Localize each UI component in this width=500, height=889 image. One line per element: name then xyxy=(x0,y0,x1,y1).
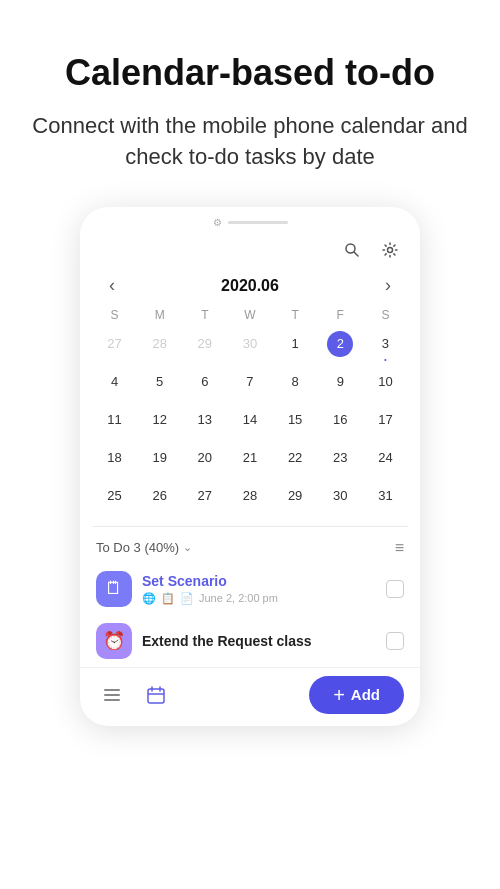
svg-rect-4 xyxy=(104,694,120,696)
prev-month-button[interactable]: ‹ xyxy=(96,270,128,302)
hero-subtitle: Connect with the mobile phone calendar a… xyxy=(30,111,470,173)
cal-day-28[interactable]: 28 xyxy=(227,478,272,514)
todo-title-2[interactable]: Extend the Request class xyxy=(142,633,376,649)
cal-day-30[interactable]: 30 xyxy=(227,326,272,362)
day-num-19: 19 xyxy=(147,445,173,471)
todo-meta-1: 🌐 📋 📄 June 2, 2:00 pm xyxy=(142,592,376,605)
weekday-mon: M xyxy=(137,306,182,324)
month-label: 2020.06 xyxy=(128,277,372,295)
cal-day-24[interactable]: 24 xyxy=(363,440,408,476)
list-view-icon-btn[interactable] xyxy=(96,679,128,711)
day-num-31: 31 xyxy=(372,483,398,509)
todo-header: To Do 3 (40%) ⌄ ≡ xyxy=(80,533,420,563)
cal-day-21[interactable]: 21 xyxy=(227,440,272,476)
cal-day-19[interactable]: 19 xyxy=(137,440,182,476)
todo-item-extend-class: ⏰ Extend the Request class xyxy=(80,615,420,667)
next-month-button[interactable]: › xyxy=(372,270,404,302)
page-wrapper: Calendar-based to-do Connect with the mo… xyxy=(0,0,500,889)
day-num-2: 2 xyxy=(327,331,353,357)
cal-day-10[interactable]: 10 xyxy=(363,364,408,400)
cal-day-8[interactable]: 8 xyxy=(273,364,318,400)
day-num-24: 24 xyxy=(372,445,398,471)
cal-days: 2728293012345678910111213141516171819202… xyxy=(92,326,408,514)
svg-rect-6 xyxy=(148,689,164,703)
day-num-27: 27 xyxy=(192,483,218,509)
day-num-6: 6 xyxy=(192,369,218,395)
todo-content-1: Set Scenario 🌐 📋 📄 June 2, 2:00 pm xyxy=(142,573,376,605)
cal-day-5[interactable]: 5 xyxy=(137,364,182,400)
cal-toolbar xyxy=(80,232,420,268)
cal-day-28[interactable]: 28 xyxy=(137,326,182,362)
cal-day-3[interactable]: 3 xyxy=(363,326,408,362)
cal-day-17[interactable]: 17 xyxy=(363,402,408,438)
weekday-wed: W xyxy=(227,306,272,324)
todo-avatar-icon-1: 🗒 xyxy=(105,578,123,599)
day-num-14: 14 xyxy=(237,407,263,433)
cal-day-4[interactable]: 4 xyxy=(92,364,137,400)
weekday-fri: F xyxy=(318,306,363,324)
day-num-7: 7 xyxy=(237,369,263,395)
gear-icon xyxy=(382,242,398,258)
todo-count-label: To Do 3 (40%) xyxy=(96,540,179,555)
add-plus-icon: + xyxy=(333,685,345,705)
calendar-view-icon-btn[interactable] xyxy=(140,679,172,711)
day-num-17: 17 xyxy=(372,407,398,433)
meta-clipboard-icon: 📋 xyxy=(161,592,175,605)
day-num-3: 3 xyxy=(372,331,398,357)
todo-header-left[interactable]: To Do 3 (40%) ⌄ xyxy=(96,540,192,555)
sort-icon[interactable]: ≡ xyxy=(395,539,404,557)
day-num-30: 30 xyxy=(237,331,263,357)
cal-day-13[interactable]: 13 xyxy=(182,402,227,438)
cal-day-22[interactable]: 22 xyxy=(273,440,318,476)
cal-day-2[interactable]: 2 xyxy=(318,326,363,362)
cal-day-9[interactable]: 9 xyxy=(318,364,363,400)
phone-mockup: ⚙ ‹ 2020.06 › xyxy=(80,207,420,726)
cal-day-18[interactable]: 18 xyxy=(92,440,137,476)
todo-avatar-icon-2: ⏰ xyxy=(103,630,125,652)
cal-day-31[interactable]: 31 xyxy=(363,478,408,514)
cal-day-16[interactable]: 16 xyxy=(318,402,363,438)
bottom-bar: + Add xyxy=(80,667,420,726)
svg-rect-3 xyxy=(104,689,120,691)
day-num-25: 25 xyxy=(102,483,128,509)
cal-day-26[interactable]: 26 xyxy=(137,478,182,514)
svg-rect-5 xyxy=(104,699,120,701)
meta-doc-icon: 📄 xyxy=(180,592,194,605)
todo-checkbox-1[interactable] xyxy=(386,580,404,598)
search-icon xyxy=(344,242,360,258)
cal-day-20[interactable]: 20 xyxy=(182,440,227,476)
cal-day-6[interactable]: 6 xyxy=(182,364,227,400)
hero-section: Calendar-based to-do Connect with the mo… xyxy=(0,0,500,197)
todo-title-1[interactable]: Set Scenario xyxy=(142,573,376,589)
todo-content-2: Extend the Request class xyxy=(142,633,376,649)
cal-day-1[interactable]: 1 xyxy=(273,326,318,362)
day-num-10: 10 xyxy=(372,369,398,395)
cal-day-7[interactable]: 7 xyxy=(227,364,272,400)
svg-line-1 xyxy=(354,252,358,256)
day-num-29: 29 xyxy=(282,483,308,509)
cal-day-11[interactable]: 11 xyxy=(92,402,137,438)
cal-day-12[interactable]: 12 xyxy=(137,402,182,438)
cal-day-25[interactable]: 25 xyxy=(92,478,137,514)
todo-checkbox-2[interactable] xyxy=(386,632,404,650)
hero-title: Calendar-based to-do xyxy=(30,52,470,93)
settings-icon-btn[interactable] xyxy=(376,236,404,264)
day-num-30: 30 xyxy=(327,483,353,509)
day-num-11: 11 xyxy=(102,407,128,433)
cal-day-27[interactable]: 27 xyxy=(92,326,137,362)
weekdays-row: S M T W T F S xyxy=(92,306,408,324)
cal-day-27[interactable]: 27 xyxy=(182,478,227,514)
cal-day-15[interactable]: 15 xyxy=(273,402,318,438)
list-icon xyxy=(102,685,122,705)
cal-day-30[interactable]: 30 xyxy=(318,478,363,514)
day-num-4: 4 xyxy=(102,369,128,395)
cal-day-29[interactable]: 29 xyxy=(273,478,318,514)
day-num-29: 29 xyxy=(192,331,218,357)
cal-day-29[interactable]: 29 xyxy=(182,326,227,362)
chevron-down-icon: ⌄ xyxy=(183,541,192,554)
cal-day-14[interactable]: 14 xyxy=(227,402,272,438)
day-num-9: 9 xyxy=(327,369,353,395)
cal-day-23[interactable]: 23 xyxy=(318,440,363,476)
add-button[interactable]: + Add xyxy=(309,676,404,714)
search-icon-btn[interactable] xyxy=(338,236,366,264)
